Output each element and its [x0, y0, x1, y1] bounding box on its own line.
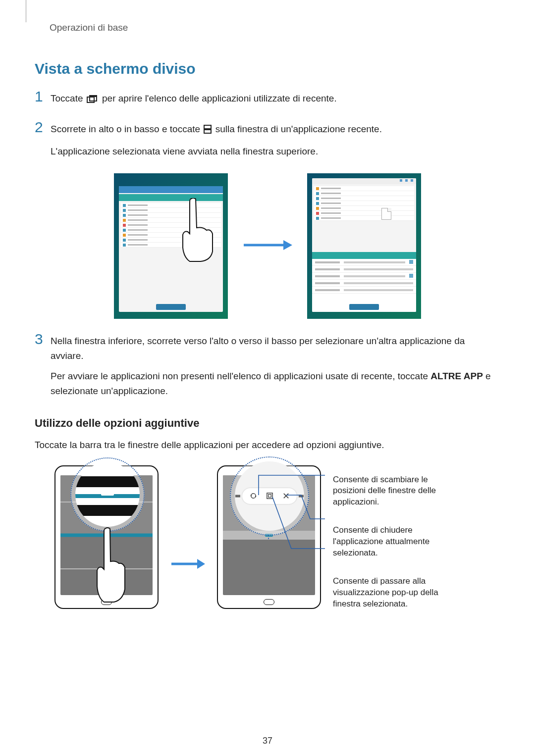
split-view-icon: [204, 123, 212, 138]
hand-gesture-icon: [181, 198, 215, 262]
figure-options: Consente di scambiare le posizioni delle…: [35, 465, 500, 610]
step-number: 3: [35, 332, 51, 347]
breadcrumb: Operazioni di base: [50, 22, 500, 33]
step-body: Scorrete in alto o in basso e toccate su…: [51, 122, 500, 164]
margin-rule: [26, 0, 26, 22]
home-button-icon: [264, 599, 274, 605]
screenshot-recent-apps: [114, 173, 228, 319]
file-icon: [381, 208, 391, 220]
step-body: Toccate per aprire l'elenco delle applic…: [51, 91, 500, 113]
svg-rect-0: [87, 97, 94, 102]
zoom-bubble: [230, 456, 309, 536]
step-body: Nella finestra inferiore, scorrete verso…: [51, 334, 500, 404]
emphasis: ALTRE APP: [430, 371, 483, 381]
text: Nella finestra inferiore, scorrete verso…: [51, 334, 500, 363]
svg-rect-11: [267, 493, 272, 499]
tablet-after: [217, 465, 321, 609]
text: Toccate: [51, 93, 86, 103]
hand-gesture-icon: [94, 526, 129, 605]
callout-close: Consente di chiudere l'applicazione attu…: [333, 525, 457, 559]
zoom-bubble: [70, 457, 145, 532]
svg-marker-6: [283, 240, 292, 250]
step-3: 3 Nella finestra inferiore, scorrete ver…: [35, 334, 500, 404]
step-number: 2: [35, 120, 51, 135]
callout-popup: Consente di passare alla visualizzazione…: [333, 576, 457, 610]
text: per aprire l'elenco delle applicazioni u…: [102, 93, 337, 103]
screenshot-split-result: [307, 173, 421, 319]
svg-rect-12: [268, 495, 271, 498]
step-1: 1 Toccate per aprire l'elenco delle appl…: [35, 91, 500, 113]
text: Per avviare le applicazioni non presenti…: [51, 371, 430, 381]
svg-rect-3: [204, 125, 211, 129]
svg-marker-8: [197, 559, 205, 569]
subsection-intro: Toccate la barra tra le finestre delle a…: [35, 438, 500, 452]
svg-rect-4: [204, 130, 211, 133]
svg-rect-2: [90, 96, 97, 97]
callouts: Consente di scambiare le posizioni delle…: [333, 465, 457, 610]
figure-split-view: [35, 173, 500, 319]
recent-apps-icon: [87, 93, 99, 107]
section-title: Vista a schermo diviso: [35, 60, 500, 77]
page-number: 37: [263, 736, 272, 746]
text: L'applicazione selezionata viene avviata…: [51, 144, 500, 158]
arrow-right-icon: [243, 238, 292, 254]
step-number: 1: [35, 89, 51, 104]
text: sulla finestra di un'applicazione recent…: [215, 124, 382, 134]
arrow-right-icon: [170, 557, 205, 572]
swap-icon: [250, 492, 257, 500]
tablet-before: [54, 465, 159, 609]
callout-swap: Consente di scambiare le posizioni delle…: [333, 474, 457, 508]
step-2: 2 Scorrete in alto o in basso e toccate …: [35, 122, 500, 164]
text: Scorrete in alto o in basso e toccate: [51, 124, 203, 134]
subsection-title: Utilizzo delle opzioni aggiuntive: [35, 417, 500, 430]
close-icon: [282, 492, 290, 500]
popup-view-icon: [266, 492, 273, 500]
